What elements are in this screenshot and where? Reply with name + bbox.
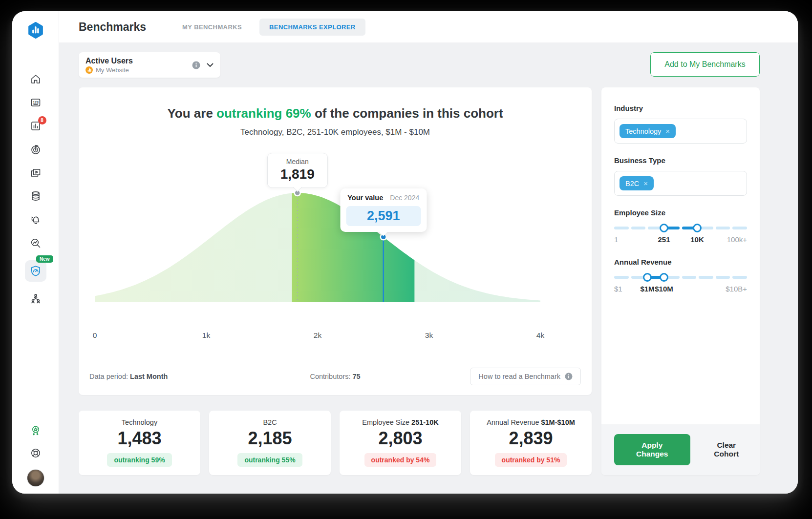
filter-chip[interactable]: Technology× bbox=[620, 124, 676, 138]
business-type-chip-box[interactable]: B2C× bbox=[614, 171, 747, 196]
sidebar-nav: 123 8 bbox=[25, 73, 46, 305]
metric-selector-icons bbox=[192, 61, 214, 69]
people-icon bbox=[30, 293, 42, 305]
annual-revenue-handle-2[interactable] bbox=[660, 273, 668, 282]
sidebar-item-home[interactable] bbox=[29, 73, 42, 85]
cohort-card-label: Annual Revenue $1M-$10M bbox=[487, 418, 575, 426]
slider-segment bbox=[614, 276, 629, 279]
sidebar-item-dashboards[interactable]: 8 bbox=[29, 120, 42, 132]
chip-remove-icon[interactable]: × bbox=[665, 127, 670, 135]
dashboards-count-badge: 8 bbox=[38, 116, 46, 125]
employee-size-scale-label: 251 bbox=[658, 235, 670, 244]
employee-size-labels: 125110K100k+ bbox=[614, 235, 747, 245]
metric-selector[interactable]: Active Users My Website bbox=[79, 52, 220, 78]
apply-changes-button[interactable]: Apply Changes bbox=[614, 434, 690, 465]
sidebar-item-benchmarks[interactable]: New bbox=[25, 260, 46, 282]
annual-revenue-scale-label: $10M bbox=[655, 285, 673, 293]
cohort-card-label: Technology bbox=[122, 418, 157, 426]
sidebar-item-goals[interactable] bbox=[29, 143, 42, 156]
slider-segment bbox=[732, 276, 747, 279]
metric-search-icon bbox=[30, 237, 42, 249]
new-badge: New bbox=[36, 255, 53, 263]
slider-segment bbox=[716, 276, 730, 279]
employee-size-track[interactable] bbox=[614, 227, 747, 229]
distribution-chart: 01k2k3k4k Median 1,819 Your value Dec 20… bbox=[79, 168, 592, 344]
main-area: Benchmarks MY BENCHMARKS BENCHMARKS EXPL… bbox=[59, 11, 798, 494]
chip-remove-icon[interactable]: × bbox=[643, 179, 648, 187]
sidebar-item-help[interactable] bbox=[29, 447, 42, 459]
top-row: Active Users My Website bbox=[79, 52, 760, 78]
benchmark-title: You are outranking 69% of the companies … bbox=[79, 106, 592, 121]
cohort-card: Technology1,483outranking 59% bbox=[79, 411, 200, 475]
cohort-card-value: 2,185 bbox=[248, 428, 292, 449]
award-icon bbox=[30, 425, 42, 436]
cohort-card-value: 2,839 bbox=[509, 428, 553, 449]
cohort-card-label: Employee Size 251-10K bbox=[362, 418, 438, 426]
slider-segment bbox=[631, 227, 646, 229]
employee-size-scale-label: 1 bbox=[614, 235, 618, 244]
x-tick: 4k bbox=[536, 331, 545, 339]
metric-source: My Website bbox=[85, 66, 133, 74]
page-title: Benchmarks bbox=[79, 21, 146, 34]
your-value: 2,591 bbox=[346, 206, 421, 226]
industry-label: Industry bbox=[614, 104, 747, 112]
svg-text:123: 123 bbox=[33, 101, 39, 104]
cohort-card-value: 1,483 bbox=[117, 428, 161, 449]
employee-size-handle-1[interactable] bbox=[660, 224, 668, 232]
how-to-read-button[interactable]: How to read a Benchmark bbox=[470, 368, 581, 385]
outrank-badge: outranking 59% bbox=[107, 453, 171, 467]
annual-revenue-slider[interactable]: $1$1M$10M$10B+ bbox=[614, 276, 747, 294]
slider-segment bbox=[699, 276, 713, 279]
benchmark-chart-card: You are outranking 69% of the companies … bbox=[79, 87, 592, 395]
employee-size-slider[interactable]: 125110K100k+ bbox=[614, 227, 747, 245]
sidebar-item-metrics[interactable] bbox=[29, 237, 42, 249]
contributors: Contributors: 75 bbox=[310, 373, 360, 380]
slider-segment bbox=[682, 276, 697, 279]
outrank-badge: outranked by 54% bbox=[364, 453, 437, 467]
your-value-period: Dec 2024 bbox=[390, 194, 419, 202]
median-value: 1,819 bbox=[280, 166, 315, 182]
cohort-card: Annual Revenue $1M-$10M2,839outranked by… bbox=[470, 411, 592, 475]
slider-segment bbox=[732, 227, 747, 229]
cohort-card-label: B2C bbox=[263, 418, 277, 426]
add-to-benchmarks-button[interactable]: Add to My Benchmarks bbox=[650, 52, 760, 77]
slider-segment bbox=[614, 227, 629, 229]
user-avatar[interactable] bbox=[27, 469, 44, 487]
home-icon bbox=[30, 73, 42, 85]
sidebar-item-alerts[interactable] bbox=[29, 213, 42, 226]
employee-size-scale-label: 100k+ bbox=[727, 235, 747, 244]
databox-logo[interactable] bbox=[28, 22, 43, 41]
sidebar-item-scorecards[interactable]: 123 bbox=[29, 96, 42, 109]
cohort-cards-row: Technology1,483outranking 59%B2C2,185out… bbox=[79, 411, 592, 475]
sidebar-item-people[interactable] bbox=[29, 292, 42, 305]
sidebar-item-datasets[interactable] bbox=[29, 190, 42, 203]
benchmark-column: You are outranking 69% of the companies … bbox=[79, 87, 592, 475]
clear-cohort-button[interactable]: Clear Cohort bbox=[706, 441, 747, 458]
annual-revenue-track[interactable] bbox=[614, 276, 747, 279]
employee-size-handle-2[interactable] bbox=[693, 224, 702, 232]
tab-my-benchmarks[interactable]: MY BENCHMARKS bbox=[172, 19, 252, 36]
sidebar: 123 8 bbox=[12, 11, 59, 494]
annual-revenue-scale-label: $10B+ bbox=[726, 285, 747, 293]
annual-revenue-label: Annual Revenue bbox=[614, 258, 747, 266]
x-tick: 2k bbox=[314, 331, 322, 339]
median-label: Median bbox=[280, 158, 315, 166]
sidebar-item-certification[interactable] bbox=[29, 424, 42, 437]
sidebar-item-reports[interactable] bbox=[29, 166, 42, 179]
annual-revenue-handle-1[interactable] bbox=[643, 273, 652, 282]
chevron-down-icon[interactable] bbox=[207, 63, 214, 67]
metric-selector-text: Active Users My Website bbox=[85, 57, 133, 74]
cohort-filter-panel: Industry Technology× Business Type B2C× … bbox=[601, 87, 760, 475]
outranking-highlight: outranking 69% bbox=[216, 106, 311, 121]
how-to-read-label: How to read a Benchmark bbox=[478, 373, 560, 380]
selected-metric: Active Users bbox=[85, 57, 133, 65]
cohort-card: Employee Size 251-10K2,803outranked by 5… bbox=[340, 411, 461, 475]
info-icon[interactable] bbox=[192, 61, 200, 69]
x-tick: 3k bbox=[425, 331, 433, 339]
filter-chip[interactable]: B2C× bbox=[620, 176, 654, 190]
industry-chip-box[interactable]: Technology× bbox=[614, 119, 747, 144]
annual-revenue-scale-label: $1 bbox=[614, 285, 622, 293]
employee-size-scale-label: 10K bbox=[690, 235, 704, 244]
employee-size-label: Employee Size bbox=[614, 208, 747, 217]
tab-benchmarks-explorer[interactable]: BENCHMARKS EXPLORER bbox=[259, 19, 365, 36]
